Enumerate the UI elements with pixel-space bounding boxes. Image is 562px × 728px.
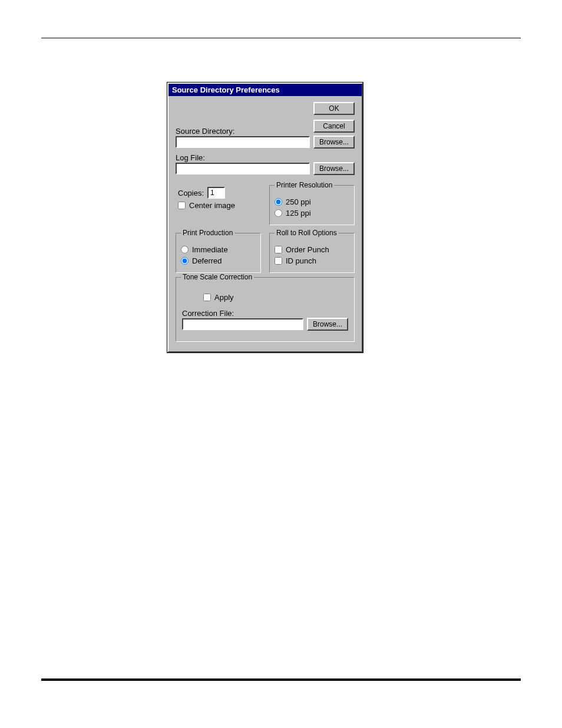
ok-button[interactable]: OK xyxy=(313,102,355,115)
apply-label: Apply xyxy=(214,293,234,302)
ppi-125-label: 125 ppi xyxy=(286,209,311,218)
tone-scale-group: Tone Scale Correction Apply Correction F… xyxy=(176,273,355,342)
browse-correction-button[interactable]: Browse... xyxy=(307,318,348,331)
dialog-body: OK Cancel Source Directory: Browse... Lo… xyxy=(168,96,362,351)
print-production-group: Print Production Immediate Deferred xyxy=(176,229,261,273)
page-footer-rule xyxy=(41,678,521,681)
printer-resolution-group: Printer Resolution 250 ppi 125 ppi xyxy=(269,181,355,225)
browse-log-button[interactable]: Browse... xyxy=(313,162,355,175)
log-file-input[interactable] xyxy=(176,163,310,174)
dialog-title: Source Directory Preferences xyxy=(172,85,280,94)
correction-file-label: Correction File: xyxy=(182,309,348,318)
browse-source-button[interactable]: Browse... xyxy=(313,136,355,149)
center-image-label: Center image xyxy=(189,201,235,210)
roll-to-roll-legend: Roll to Roll Options xyxy=(275,229,339,237)
copies-label: Copies: xyxy=(178,189,204,197)
print-production-legend: Print Production xyxy=(181,229,234,237)
immediate-radio[interactable] xyxy=(181,246,189,253)
deferred-radio[interactable] xyxy=(181,257,189,265)
printer-resolution-legend: Printer Resolution xyxy=(275,181,334,189)
source-directory-preferences-dialog: Source Directory Preferences OK Cancel S… xyxy=(167,83,363,353)
ppi-125-radio[interactable] xyxy=(275,209,282,217)
copies-group: Copies: Center image xyxy=(176,181,261,215)
id-punch-label: ID punch xyxy=(286,256,316,265)
tone-scale-legend: Tone Scale Correction xyxy=(181,273,254,281)
roll-to-roll-group: Roll to Roll Options Order Punch ID punc… xyxy=(269,229,355,273)
deferred-label: Deferred xyxy=(192,256,222,265)
source-directory-input[interactable] xyxy=(176,136,310,148)
id-punch-checkbox[interactable] xyxy=(275,257,282,265)
ppi-250-label: 250 ppi xyxy=(286,197,311,206)
dialog-title-bar: Source Directory Preferences xyxy=(168,84,362,96)
copies-input[interactable] xyxy=(207,187,225,199)
cancel-button[interactable]: Cancel xyxy=(313,120,355,133)
correction-file-input[interactable] xyxy=(182,318,303,330)
order-punch-label: Order Punch xyxy=(286,245,329,254)
apply-checkbox[interactable] xyxy=(203,294,211,301)
order-punch-checkbox[interactable] xyxy=(275,246,282,253)
immediate-label: Immediate xyxy=(192,245,228,254)
page-header-rule xyxy=(41,38,521,38)
ppi-250-radio[interactable] xyxy=(275,198,282,206)
log-file-label: Log File: xyxy=(176,153,355,162)
center-image-checkbox[interactable] xyxy=(178,202,186,209)
